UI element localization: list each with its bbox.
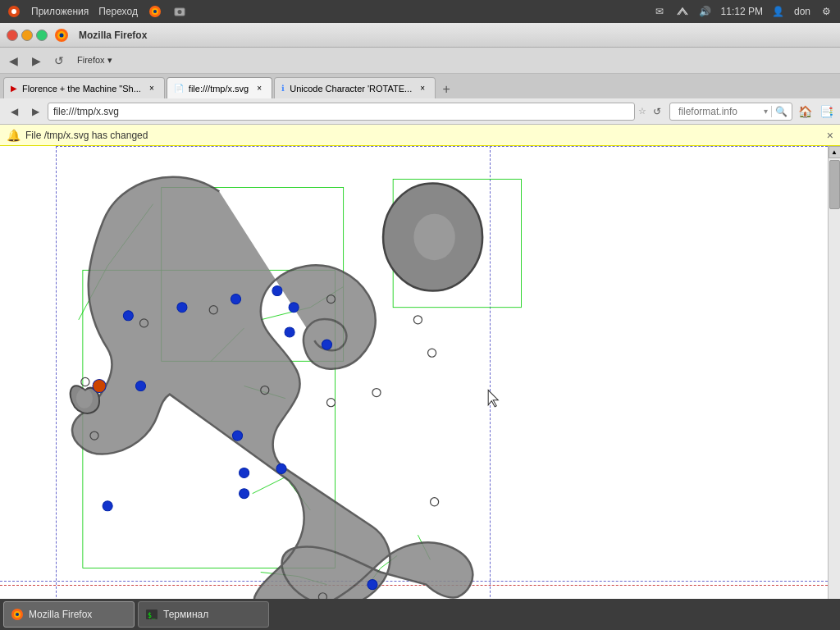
svg-line-21 <box>253 477 285 494</box>
tab-florence[interactable]: ▶ Florence + the Machine "Sh... × <box>3 77 165 98</box>
svg-point-49 <box>123 311 133 321</box>
clock: 11:12 PM <box>721 6 763 17</box>
svg-point-36 <box>372 389 381 397</box>
addr-back-button[interactable]: ◀ <box>5 103 23 121</box>
system-bar-right: ✉ 🔊 11:12 PM 👤 don ⚙ <box>652 4 833 19</box>
title-bar: Mozilla Firefox <box>0 23 840 48</box>
taskbar: Mozilla Firefox $_ Терминал <box>0 599 840 630</box>
new-tab-button[interactable]: + <box>437 80 455 98</box>
svg-point-59 <box>240 468 249 477</box>
svg-point-4 <box>153 10 157 13</box>
url-input[interactable] <box>48 103 635 121</box>
window-title: Mozilla Firefox <box>79 30 147 41</box>
taskbar-terminal-label: Терминал <box>163 609 208 620</box>
svg-point-1 <box>11 9 16 14</box>
svg-point-66 <box>368 580 377 590</box>
tab2-title: file:///tmp/x.svg <box>189 84 249 94</box>
taskbar-firefox-icon <box>11 608 24 621</box>
mail-icon[interactable]: ✉ <box>652 4 667 19</box>
svg-point-34 <box>413 316 422 324</box>
tab1-title: Florence + the Machine "Sh... <box>22 84 141 94</box>
back-button[interactable]: ◀ <box>3 51 23 71</box>
maximize-button[interactable] <box>36 30 48 41</box>
content-area: ◀ ▶ ▲ ▼ <box>0 146 840 630</box>
info-bell-icon: 🔔 <box>7 129 21 142</box>
svg-point-61 <box>103 501 112 511</box>
search-go-icon[interactable]: 🔍 <box>771 106 788 117</box>
tab3-icon: ℹ <box>281 84 285 93</box>
svg-viewer[interactable]: ◀ ▶ <box>0 146 828 630</box>
bookmark-star-icon[interactable]: ☆ <box>638 106 646 116</box>
tab-unicode[interactable]: ℹ Unicode Character 'ROTATE... × <box>274 77 436 98</box>
tab3-title: Unicode Character 'ROTATE... <box>290 84 412 94</box>
bookmarks-button[interactable]: 📑 <box>817 103 835 121</box>
svg-point-71 <box>16 613 19 616</box>
taskbar-terminal[interactable]: $_ Терминал <box>138 601 269 628</box>
svg-point-53 <box>289 303 299 313</box>
firefox-menu-label[interactable]: Firefox ▾ <box>72 53 117 67</box>
svg-point-39 <box>81 377 89 386</box>
info-bar: 🔔 File /tmp/x.svg has changed × <box>0 125 840 146</box>
addr-forward-button[interactable]: ▶ <box>26 103 44 121</box>
cursor <box>488 390 498 407</box>
svg-point-6 <box>177 10 181 14</box>
svg-drawing <box>0 146 828 618</box>
tab3-close[interactable]: × <box>417 83 428 94</box>
scroll-up-button[interactable]: ▲ <box>829 146 841 158</box>
close-button[interactable] <box>7 30 18 41</box>
svg-point-57 <box>232 431 242 441</box>
tab1-icon: ▶ <box>11 84 17 93</box>
network-icon[interactable] <box>675 4 690 19</box>
svg-point-54 <box>285 327 294 337</box>
forward-button[interactable]: ▶ <box>26 51 46 71</box>
taskbar-terminal-icon: $_ <box>145 608 158 621</box>
addr-icons: ☆ ↺ <box>638 103 666 121</box>
camera-icon <box>172 4 187 19</box>
username: don <box>794 6 810 17</box>
svg-point-48 <box>431 498 439 506</box>
svg-point-37 <box>326 399 335 407</box>
tab2-close[interactable]: × <box>253 83 265 94</box>
taskbar-firefox-label: Mozilla Firefox <box>29 609 92 620</box>
system-bar-left: Приложения Переход <box>7 4 187 19</box>
svg-point-50 <box>177 303 187 313</box>
info-message: File /tmp/x.svg has changed <box>25 130 148 141</box>
user-icon[interactable]: 👤 <box>771 4 786 19</box>
svg-point-58 <box>276 463 286 473</box>
tab1-close[interactable]: × <box>146 83 158 94</box>
svg-point-51 <box>231 294 240 304</box>
nav-bar: ◀ ▶ ↺ Firefox ▾ <box>0 48 840 74</box>
firefox-logo-icon <box>54 28 69 43</box>
menu-navigation[interactable]: Переход <box>98 6 138 17</box>
svg-point-60 <box>240 489 249 499</box>
vertical-scrollbar[interactable]: ▲ ▼ <box>828 146 840 630</box>
scroll-thumb-v[interactable] <box>829 160 840 209</box>
volume-icon[interactable]: 🔊 <box>698 4 713 19</box>
search-input[interactable] <box>678 106 760 117</box>
window-controls <box>7 30 48 41</box>
system-bar: Приложения Переход ✉ 🔊 11:12 PM 👤 don ⚙ <box>0 0 840 23</box>
addr-reload-button[interactable]: ↺ <box>648 103 666 121</box>
address-bar: ◀ ▶ ☆ ↺ ▾ 🔍 🏠 📑 <box>0 98 840 125</box>
ubuntu-logo-icon[interactable] <box>7 4 21 19</box>
settings-gear-icon[interactable]: ⚙ <box>819 4 833 19</box>
svg-point-52 <box>272 285 282 295</box>
search-dropdown-icon[interactable]: ▾ <box>764 107 768 116</box>
tabs-bar: ▶ Florence + the Machine "Sh... × 📄 file… <box>0 74 840 98</box>
svg-point-9 <box>60 33 64 37</box>
svg-text:$_: $_ <box>148 612 156 619</box>
info-close-button[interactable]: × <box>827 129 833 142</box>
svg-point-30 <box>76 389 93 409</box>
scroll-track-v <box>829 158 840 618</box>
firefox-window: Mozilla Firefox ◀ ▶ ↺ Firefox ▾ ▶ Floren… <box>0 23 840 630</box>
menu-applications[interactable]: Приложения <box>31 6 89 17</box>
minimize-button[interactable] <box>21 30 33 41</box>
home-button[interactable]: 🏠 <box>796 103 814 121</box>
svg-point-35 <box>428 349 436 357</box>
tab-svg[interactable]: 📄 file:///tmp/x.svg × <box>167 77 272 98</box>
reload-button[interactable]: ↺ <box>49 51 69 71</box>
taskbar-firefox[interactable]: Mozilla Firefox <box>3 601 135 628</box>
svg-point-29 <box>413 214 454 260</box>
svg-point-55 <box>322 340 331 349</box>
tab2-icon: 📄 <box>174 84 184 93</box>
